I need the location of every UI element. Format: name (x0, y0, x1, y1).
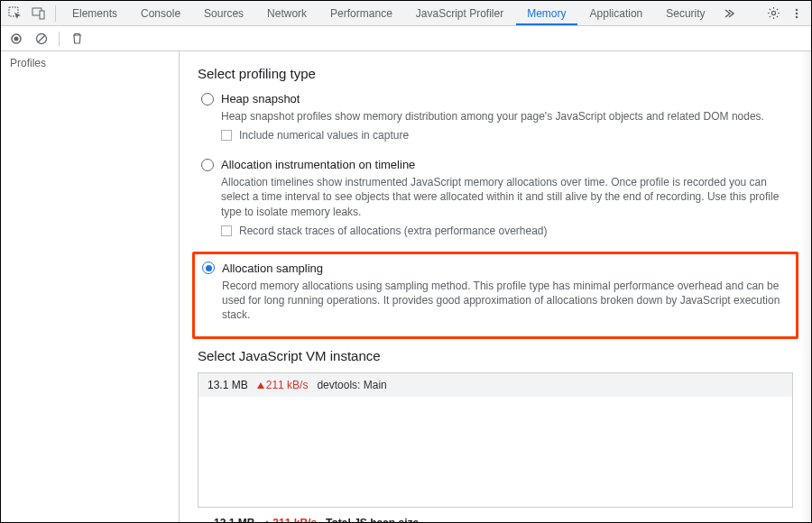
tab-sources[interactable]: Sources (193, 2, 254, 25)
sidebar-title: Profiles (10, 57, 170, 69)
inspect-icon[interactable] (5, 3, 26, 24)
gear-icon[interactable] (762, 3, 784, 24)
vm-instance-row[interactable]: 13.1 MB 211 kB/s devtools: Main (198, 373, 792, 397)
option-title: Allocation instrumentation on timeline (221, 158, 415, 171)
svg-line-10 (38, 35, 45, 42)
option-title: Allocation sampling (222, 262, 323, 275)
clear-icon[interactable] (33, 31, 50, 47)
arrow-up-icon (263, 520, 271, 522)
tab-application[interactable]: Application (579, 2, 654, 25)
option-desc: Heap snapshot profiles show memory distr… (221, 109, 789, 124)
checkbox-record-stack-traces[interactable] (221, 225, 232, 236)
scrollbar[interactable] (800, 51, 811, 522)
tab-javascript-profiler[interactable]: JavaScript Profiler (405, 2, 514, 25)
option-heap-snapshot: Heap snapshot Heap snapshot profiles sho… (198, 90, 793, 143)
option-allocation-sampling: Allocation sampling Record memory alloca… (198, 260, 790, 330)
svg-point-3 (771, 11, 775, 14)
svg-rect-2 (40, 11, 44, 19)
tab-elements[interactable]: Elements (61, 2, 128, 25)
record-icon[interactable] (8, 31, 24, 47)
devtools-tabbar: Elements Console Sources Network Perform… (1, 1, 811, 26)
tab-security[interactable]: Security (655, 2, 715, 25)
tab-network[interactable]: Network (256, 2, 318, 25)
tab-memory[interactable]: Memory (516, 2, 577, 25)
option-title: Heap snapshot (221, 92, 300, 106)
summary-rate: 211 kB/s (263, 517, 317, 522)
summary-label: Total JS heap size (326, 517, 419, 522)
svg-point-5 (796, 12, 798, 14)
svg-point-8 (14, 36, 19, 41)
memory-main-panel: Select profiling type Heap snapshot Heap… (180, 51, 811, 522)
option-desc: Allocation timelines show instrumented J… (221, 175, 789, 219)
vm-name: devtools: Main (317, 379, 386, 391)
tab-performance[interactable]: Performance (319, 2, 403, 25)
profiles-sidebar: Profiles (1, 51, 180, 522)
vm-mem: 13.1 MB (208, 379, 248, 391)
trash-icon[interactable] (69, 31, 85, 47)
option-desc: Record memory allocations using sampling… (222, 279, 787, 323)
vm-rate: 211 kB/s (257, 379, 309, 391)
svg-point-4 (796, 8, 798, 11)
memory-toolbar (1, 26, 811, 51)
tab-console[interactable]: Console (130, 2, 191, 25)
checkbox-label: Record stack traces of allocations (extr… (239, 225, 548, 237)
radio-heap-snapshot[interactable] (201, 93, 214, 106)
option-allocation-timeline: Allocation instrumentation on timeline A… (198, 156, 793, 239)
heap-summary: 13.1 MB 211 kB/s Total JS heap size (198, 508, 793, 522)
radio-allocation-sampling[interactable] (202, 262, 215, 274)
device-toolbar-icon[interactable] (28, 3, 50, 24)
vm-instance-title: Select JavaScript VM instance (198, 348, 793, 363)
vm-instance-list: 13.1 MB 211 kB/s devtools: Main (198, 372, 793, 508)
profiling-type-title: Select profiling type (198, 66, 793, 81)
svg-point-6 (796, 15, 798, 18)
kebab-menu-icon[interactable] (786, 3, 807, 24)
arrow-up-icon (257, 382, 264, 389)
checkbox-include-numerical[interactable] (221, 130, 232, 141)
divider (59, 32, 60, 46)
highlight-allocation-sampling: Allocation sampling Record memory alloca… (192, 252, 798, 340)
divider (55, 5, 56, 22)
summary-mem: 13.1 MB (214, 517, 254, 522)
checkbox-label: Include numerical values in capture (239, 129, 409, 142)
radio-allocation-timeline[interactable] (201, 159, 214, 171)
more-tabs-icon[interactable] (718, 3, 740, 24)
